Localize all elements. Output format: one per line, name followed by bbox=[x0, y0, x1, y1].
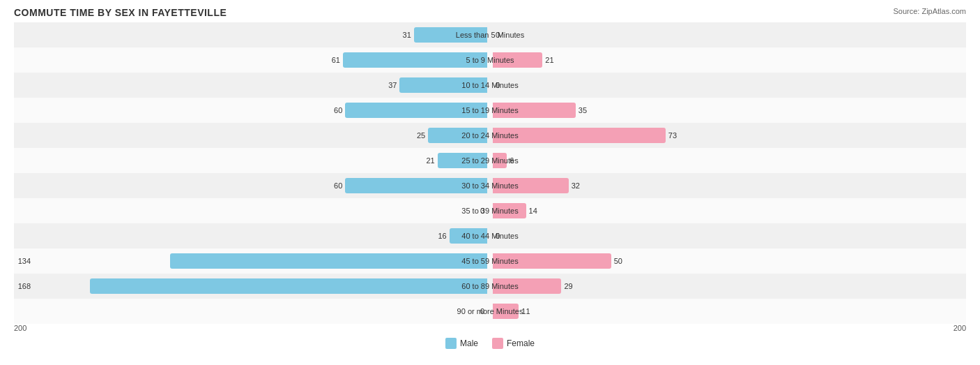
legend-female: Female bbox=[492, 338, 535, 349]
female-bar-wrapper: 11 bbox=[490, 304, 966, 319]
male-value: 61 bbox=[326, 56, 340, 64]
male-value: 60 bbox=[328, 106, 342, 114]
right-section: 21 bbox=[490, 47, 966, 73]
chart-container: COMMUTE TIME BY SEX IN FAYETTEVILLE Sour… bbox=[0, 0, 980, 365]
female-bar-wrapper: 14 bbox=[490, 203, 966, 218]
male-value: 16 bbox=[433, 232, 447, 240]
bar-row: 615 to 9 Minutes21 bbox=[14, 47, 966, 73]
female-value: 0 bbox=[496, 31, 510, 39]
female-bar-wrapper: 35 bbox=[490, 103, 966, 118]
male-bar bbox=[343, 52, 487, 68]
left-section: 16 bbox=[14, 223, 490, 248]
male-bar-wrapper: 60 bbox=[14, 103, 490, 118]
female-value: 35 bbox=[579, 106, 592, 114]
bar-row: 13445 to 59 Minutes50 bbox=[14, 248, 966, 274]
male-bar-wrapper: 0 bbox=[14, 304, 490, 319]
female-bar-wrapper: 50 bbox=[490, 253, 966, 269]
axis-labels: 200 200 bbox=[14, 324, 966, 334]
bar-row: 6015 to 19 Minutes35 bbox=[14, 98, 966, 123]
male-value: 37 bbox=[383, 81, 397, 89]
male-bar-wrapper: 60 bbox=[14, 178, 490, 193]
left-section: 61 bbox=[14, 47, 490, 73]
axis-right-label: 200 bbox=[954, 324, 966, 332]
right-section: 50 bbox=[490, 248, 966, 274]
male-bar bbox=[438, 153, 487, 168]
left-section: 60 bbox=[14, 98, 490, 123]
male-bar-wrapper: 31 bbox=[14, 27, 490, 43]
right-section: 11 bbox=[490, 299, 966, 324]
left-section: 21 bbox=[14, 148, 490, 173]
male-bar bbox=[450, 228, 487, 244]
male-value: 31 bbox=[397, 31, 411, 39]
left-section: 0 bbox=[14, 198, 490, 223]
female-bar-wrapper: 0 bbox=[490, 27, 966, 43]
male-bar bbox=[345, 178, 487, 193]
male-value: 25 bbox=[411, 131, 425, 140]
female-value: 6 bbox=[510, 156, 523, 165]
female-value: 11 bbox=[521, 307, 535, 315]
female-bar bbox=[493, 103, 576, 118]
male-bar-wrapper: 0 bbox=[14, 203, 490, 218]
bar-row: 2125 to 29 Minutes6 bbox=[14, 148, 966, 173]
female-value: 73 bbox=[668, 131, 682, 140]
bar-row: 090 or more Minutes11 bbox=[14, 299, 966, 324]
female-bar bbox=[493, 203, 526, 218]
left-section: 25 bbox=[14, 123, 490, 148]
female-bar bbox=[493, 178, 569, 193]
female-bar-wrapper: 21 bbox=[490, 52, 966, 68]
male-value: 0 bbox=[470, 307, 484, 315]
male-bar bbox=[90, 278, 487, 294]
left-section: 134 bbox=[14, 248, 490, 274]
male-bar-wrapper: 61 bbox=[14, 52, 490, 68]
bar-row: 035 to 39 Minutes14 bbox=[14, 198, 966, 223]
right-section: 6 bbox=[490, 148, 966, 173]
male-value: 0 bbox=[470, 207, 484, 215]
female-bar-wrapper: 32 bbox=[490, 178, 966, 193]
right-section: 32 bbox=[490, 173, 966, 198]
left-section: 0 bbox=[14, 299, 490, 324]
male-bar-wrapper: 168 bbox=[14, 278, 490, 294]
female-value: 50 bbox=[614, 257, 628, 265]
female-bar-wrapper: 0 bbox=[490, 228, 966, 244]
female-bar bbox=[493, 153, 507, 168]
bar-row: 1640 to 44 Minutes0 bbox=[14, 223, 966, 248]
legend-female-label: Female bbox=[507, 338, 535, 348]
female-bar-wrapper: 73 bbox=[490, 128, 966, 143]
source-text: Source: ZipAtlas.com bbox=[893, 7, 966, 15]
legend-male-label: Male bbox=[460, 338, 478, 348]
left-section: 31 bbox=[14, 22, 490, 47]
female-bar bbox=[493, 278, 561, 294]
right-section: 0 bbox=[490, 22, 966, 47]
bar-row: 2520 to 24 Minutes73 bbox=[14, 123, 966, 148]
male-bar bbox=[345, 103, 487, 118]
right-section: 0 bbox=[490, 223, 966, 248]
bar-row: 31Less than 5 Minutes0 bbox=[14, 22, 966, 47]
axis-left-label: 200 bbox=[14, 324, 26, 332]
male-bar-wrapper: 21 bbox=[14, 153, 490, 168]
male-value: 168 bbox=[17, 282, 31, 290]
legend-female-box bbox=[492, 338, 503, 349]
male-value: 134 bbox=[17, 257, 31, 265]
male-bar-wrapper: 37 bbox=[14, 77, 490, 93]
legend: Male Female bbox=[14, 338, 966, 349]
bars-area: 31Less than 5 Minutes0615 to 9 Minutes21… bbox=[14, 22, 966, 324]
male-bar bbox=[414, 27, 487, 43]
male-bar-wrapper: 25 bbox=[14, 128, 490, 143]
chart-title: COMMUTE TIME BY SEX IN FAYETTEVILLE bbox=[14, 7, 966, 18]
female-value: 29 bbox=[564, 282, 578, 290]
female-bar bbox=[493, 128, 666, 143]
male-bar-wrapper: 16 bbox=[14, 228, 490, 244]
bar-row: 16860 to 89 Minutes29 bbox=[14, 274, 966, 299]
left-section: 37 bbox=[14, 73, 490, 98]
legend-male: Male bbox=[445, 338, 478, 349]
female-bar-wrapper: 29 bbox=[490, 278, 966, 294]
right-section: 73 bbox=[490, 123, 966, 148]
bar-row: 3710 to 14 Minutes0 bbox=[14, 73, 966, 98]
right-section: 0 bbox=[490, 73, 966, 98]
right-section: 35 bbox=[490, 98, 966, 123]
male-bar bbox=[428, 128, 487, 143]
male-value: 21 bbox=[421, 156, 435, 165]
female-value: 32 bbox=[572, 181, 585, 190]
female-bar bbox=[493, 52, 542, 68]
left-section: 60 bbox=[14, 173, 490, 198]
